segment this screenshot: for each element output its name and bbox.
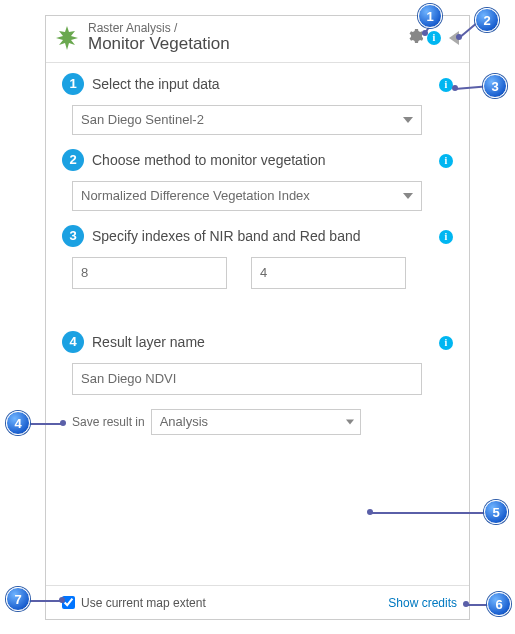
section-method: 2 Choose method to monitor vegetation i … bbox=[62, 149, 453, 211]
info-icon[interactable]: i bbox=[439, 336, 453, 350]
back-icon[interactable] bbox=[449, 31, 459, 45]
save-result-label: Save result in bbox=[72, 415, 145, 429]
method-dropdown[interactable]: Normalized Difference Vegetation Index bbox=[72, 181, 422, 211]
use-current-extent-checkbox[interactable] bbox=[62, 596, 75, 609]
section-band-indexes: 3 Specify indexes of NIR band and Red ba… bbox=[62, 225, 453, 289]
step-number: 1 bbox=[62, 73, 84, 95]
dropdown-value: San Diego Sentinel-2 bbox=[81, 112, 204, 127]
gear-icon[interactable] bbox=[407, 28, 423, 47]
section-label: Result layer name bbox=[92, 334, 431, 350]
step-number: 3 bbox=[62, 225, 84, 247]
panel-header: Raster Analysis / Monitor Vegetation i bbox=[46, 16, 469, 63]
input-data-dropdown[interactable]: San Diego Sentinel-2 bbox=[72, 105, 422, 135]
info-icon[interactable]: i bbox=[439, 154, 453, 168]
callout-badge: 6 bbox=[487, 592, 511, 616]
show-credits-link[interactable]: Show credits bbox=[388, 596, 457, 610]
use-current-extent-label: Use current map extent bbox=[81, 596, 206, 610]
step-number: 4 bbox=[62, 331, 84, 353]
page-title: Monitor Vegetation bbox=[88, 35, 401, 54]
section-label: Choose method to monitor vegetation bbox=[92, 152, 431, 168]
info-icon[interactable]: i bbox=[427, 31, 441, 45]
input-value: 4 bbox=[260, 265, 267, 280]
panel-body: 1 Select the input data i San Diego Sent… bbox=[46, 63, 469, 435]
input-value: 8 bbox=[81, 265, 88, 280]
section-label: Select the input data bbox=[92, 76, 431, 92]
info-icon[interactable]: i bbox=[439, 230, 453, 244]
callout-badge: 5 bbox=[484, 500, 508, 524]
input-value: San Diego NDVI bbox=[81, 371, 176, 386]
section-result-layer: 4 Result layer name i San Diego NDVI Sav… bbox=[62, 331, 453, 435]
chevron-down-icon bbox=[403, 193, 413, 199]
section-input-data: 1 Select the input data i San Diego Sent… bbox=[62, 73, 453, 135]
chevron-down-icon bbox=[403, 117, 413, 123]
panel-footer: Use current map extent Show credits bbox=[46, 585, 469, 619]
dropdown-value: Analysis bbox=[160, 414, 208, 429]
callout-badge: 4 bbox=[6, 411, 30, 435]
info-icon[interactable]: i bbox=[439, 78, 453, 92]
red-band-input[interactable]: 4 bbox=[251, 257, 406, 289]
callout-badge: 7 bbox=[6, 587, 30, 611]
nir-band-input[interactable]: 8 bbox=[72, 257, 227, 289]
save-result-dropdown[interactable]: Analysis bbox=[151, 409, 361, 435]
result-layer-name-input[interactable]: San Diego NDVI bbox=[72, 363, 422, 395]
step-number: 2 bbox=[62, 149, 84, 171]
callout-badge: 3 bbox=[483, 74, 507, 98]
chevron-down-icon bbox=[346, 419, 354, 424]
section-label: Specify indexes of NIR band and Red band bbox=[92, 228, 431, 244]
leaf-icon bbox=[52, 23, 82, 53]
dropdown-value: Normalized Difference Vegetation Index bbox=[81, 188, 310, 203]
analysis-panel: Raster Analysis / Monitor Vegetation i 1… bbox=[45, 15, 470, 620]
callout-badge: 2 bbox=[475, 8, 499, 32]
